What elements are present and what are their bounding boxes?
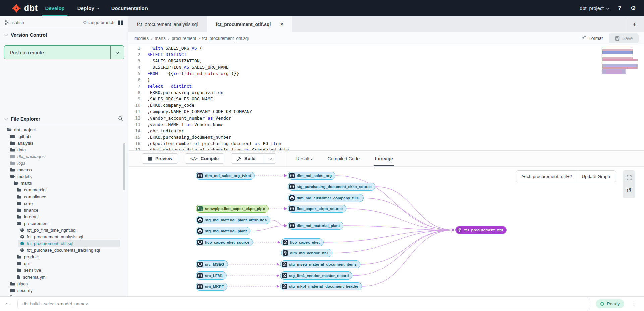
editor-minimap[interactable]	[602, 47, 639, 74]
tree-item-qm[interactable]: qm	[0, 260, 128, 267]
folder-icon	[17, 255, 22, 259]
tree-item-commercial[interactable]: commercial	[0, 186, 128, 193]
project-selector[interactable]: dbt_project	[580, 6, 608, 11]
sidebar-scrollbar[interactable]	[123, 143, 125, 190]
lineage-node-dim_md_sales_org_tvkot[interactable]: dim_md_sales_org_tvkot	[196, 172, 255, 180]
lineage-node-dim_md_material_plant[interactable]: dim_md_material_plant	[288, 222, 343, 230]
lineage-node-stg_lfm1_vendor_master_record[interactable]: stg_lfm1_vendor_master_record	[280, 271, 352, 280]
tree-item-data[interactable]: data	[0, 146, 128, 153]
lineage-node-snowpipe.fico_capex_ekpo_pipe[interactable]: snowpipe.fico_capex_ekpo_pipe	[196, 205, 269, 213]
preview-button[interactable]: Preview	[142, 153, 178, 164]
folder-icon	[10, 134, 15, 139]
code-line: 13,vender.NAME_1 as Vendor_Name	[128, 121, 644, 128]
tree-item-dbt_project[interactable]: dbt_project	[0, 126, 128, 133]
breadcrumb-marts[interactable]: marts	[155, 36, 166, 41]
command-input[interactable]	[17, 299, 590, 309]
tree-item-fct_po_first_time_right.sql[interactable]: fct_po_first_time_right.sql	[0, 227, 128, 233]
tab-compiled-code[interactable]: Compiled Code	[327, 151, 360, 166]
tree-item-models[interactable]: models	[0, 173, 128, 180]
tab-lineage[interactable]: Lineage	[375, 151, 393, 166]
tree-item-pipes[interactable]: pipes	[0, 280, 128, 287]
tree-item-label: internal	[24, 214, 39, 219]
tree-item-product[interactable]: product	[0, 253, 128, 260]
lineage-tools: ↺	[623, 170, 635, 198]
push-to-remote-button[interactable]: Push to remote	[4, 45, 124, 59]
breadcrumb-models[interactable]: models	[134, 36, 149, 41]
tree-item-dbt_packages[interactable]: dbt_packages	[0, 153, 128, 160]
build-button[interactable]: Build	[231, 153, 276, 164]
tab-results[interactable]: Results	[296, 151, 312, 166]
new-tab-button[interactable]: +	[625, 20, 644, 28]
tree-item-label: pipes	[17, 281, 28, 286]
code-line: 5FROM {{ref('dim_md_sales_org')}}	[128, 70, 644, 77]
lineage-node-label: src_LFM1	[205, 274, 223, 278]
change-branch-button[interactable]: Change branch	[83, 20, 114, 25]
fullscreen-icon[interactable]	[623, 172, 635, 184]
version-control-header[interactable]: Version Control	[0, 29, 128, 41]
build-options-caret[interactable]	[264, 154, 276, 163]
save-button[interactable]: Save	[609, 33, 639, 43]
lineage-node-fico_capex_eket_source[interactable]: fico_capex_eket_source	[196, 238, 253, 246]
kebab-menu-icon[interactable]: ⋮	[630, 300, 638, 307]
code-editor[interactable]: 1 with SALES_ORG AS (2SELECT DISTINCT3 S…	[128, 45, 644, 150]
lineage-node-stg_md_material_plant_attributes[interactable]: stg_md_material_plant_attributes	[196, 216, 270, 224]
lineage-selector-input[interactable]	[516, 171, 576, 182]
breadcrumb-file[interactable]: fct_procurement_otif.sql	[202, 36, 249, 41]
tree-item-marts[interactable]: marts	[0, 180, 128, 186]
tab-fct-procurement-otif[interactable]: fct_procurement_otif.sql ×	[207, 16, 292, 32]
tree-item-macros[interactable]: macros	[0, 166, 128, 173]
format-button[interactable]: Format	[581, 36, 603, 41]
tree-item-compliance[interactable]: compliance	[0, 193, 128, 200]
help-icon[interactable]: ?	[618, 5, 621, 11]
tree-item-sensitive[interactable]: sensitive	[0, 267, 128, 274]
lineage-node-stg_mkpf_material_document_header[interactable]: stg_mkpf_material_document_header	[280, 282, 362, 290]
nav-develop[interactable]: Develop	[45, 0, 64, 16]
layout-columns-icon[interactable]	[118, 20, 123, 25]
gear-icon[interactable]: ⚙	[631, 5, 636, 12]
lineage-node-stg_md_material_plant[interactable]: stg_md_material_plant	[196, 227, 250, 235]
lineage-node-fct_procurement_otif[interactable]: fct_procurement_otif	[455, 226, 507, 234]
lineage-node-fico_capex_eket[interactable]: fico_capex_eket	[281, 238, 324, 246]
lineage-node-stg_mseg_material_document_items[interactable]: stg_mseg_material_document_items	[280, 260, 360, 268]
collapse-panel-icon[interactable]	[3, 303, 12, 305]
lineage-node-dim_md_vendor_lfa1[interactable]: dim_md_vendor_lfa1	[281, 249, 332, 257]
lineage-canvas[interactable]: Update Graph ↺ dim_md_sales_org_tvkotsno…	[128, 167, 644, 296]
folder-icon	[10, 154, 15, 159]
tree-item-schema.yml[interactable]: schema.yml	[0, 274, 128, 280]
close-tab-icon[interactable]: ×	[280, 22, 283, 27]
tree-item-.github[interactable]: .github	[0, 133, 128, 140]
model-cube-icon	[197, 240, 203, 245]
lineage-node-fico_capex_ekpo_source[interactable]: fico_capex_ekpo_source	[288, 205, 346, 213]
lineage-node-dim_md_sales_org[interactable]: dim_md_sales_org	[288, 172, 335, 180]
tree-item-security[interactable]: security	[0, 287, 128, 294]
search-icon[interactable]	[118, 116, 123, 121]
git-branch-icon	[5, 20, 10, 25]
nav-documentation[interactable]: Documentation	[111, 0, 148, 16]
lineage-node-src_LFM1[interactable]: src_LFM1	[196, 271, 227, 280]
lineage-node-src_MSEG[interactable]: src_MSEG	[196, 260, 228, 268]
compile-button[interactable]: </> Compile	[185, 153, 224, 164]
update-graph-button[interactable]: Update Graph	[576, 171, 616, 182]
tab-fct-procurement-analysis[interactable]: fct_procurement_analysis.sql	[128, 16, 207, 32]
push-options-caret[interactable]	[110, 46, 124, 59]
tree-item-sources[interactable]: sources	[0, 294, 128, 296]
breadcrumb-procurement[interactable]: procurement	[172, 36, 196, 41]
chevron-down-icon	[116, 50, 119, 54]
tree-item-finance[interactable]: finance	[0, 207, 128, 213]
lineage-node-label: dim_md_vendor_lfa1	[290, 251, 329, 255]
nav-deploy[interactable]: Deploy	[77, 0, 99, 16]
tree-item-fct_procurement_analysis.sql[interactable]: fct_procurement_analysis.sql	[0, 233, 128, 240]
file-explorer-header[interactable]: File Explorer	[0, 113, 128, 125]
dbt-logo[interactable]: dbt	[0, 0, 45, 16]
tree-item-logs[interactable]: logs	[0, 160, 128, 166]
tree-item-fct_purchase_documents_tracking.sql[interactable]: fct_purchase_documents_tracking.sql	[0, 247, 128, 253]
tree-item-internal[interactable]: internal	[0, 213, 128, 220]
tree-item-procurement[interactable]: procurement	[0, 220, 128, 227]
tree-item-analysis[interactable]: analysis	[0, 140, 128, 146]
lineage-node-dim_md_customer_company_t001[interactable]: dim_md_customer_company_t001	[288, 194, 364, 202]
tree-item-fct_procurement_otif.sql[interactable]: fct_procurement_otif.sql	[0, 240, 128, 247]
reset-view-icon[interactable]: ↺	[623, 184, 635, 197]
lineage-node-src_MKPF[interactable]: src_MKPF	[196, 283, 227, 291]
tree-item-core[interactable]: core	[0, 200, 128, 207]
lineage-node-stg_purchasing_document_ekko_source[interactable]: stg_purchasing_document_ekko_source	[288, 183, 375, 191]
